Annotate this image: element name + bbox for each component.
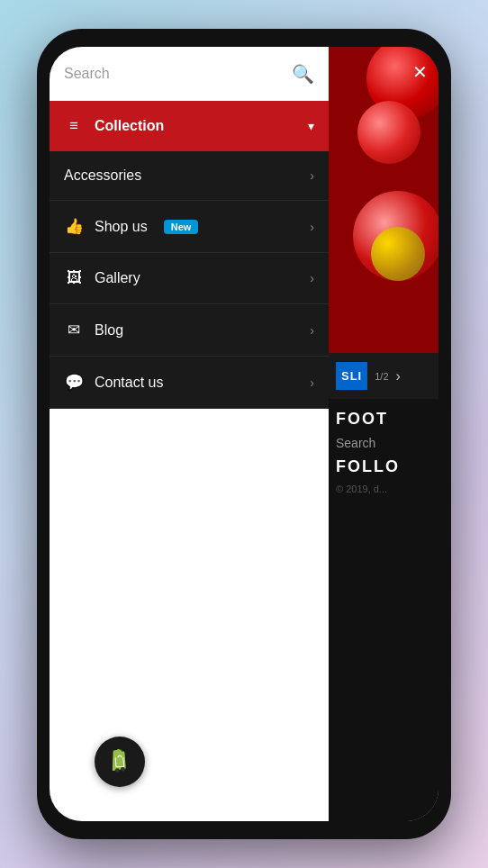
- chevron-down-icon: ›: [310, 271, 314, 285]
- chevron-down-icon: ▾: [308, 119, 314, 133]
- blog-label: Blog: [95, 322, 123, 339]
- thumbsup-icon: 👍: [64, 217, 84, 236]
- sidebar-item-gallery[interactable]: 🖼 Gallery ›: [50, 253, 329, 304]
- menu-whitespace: [50, 409, 329, 821]
- sidebar-item-blog[interactable]: ✉ Blog ›: [50, 304, 329, 357]
- slide-arrow-icon[interactable]: ›: [396, 368, 401, 384]
- svg-point-0: [115, 768, 120, 773]
- new-badge: New: [164, 220, 199, 234]
- xmas-ball-gold: [371, 227, 425, 281]
- contact-icon: 💬: [64, 373, 84, 392]
- slider-area: SLI 1/2 ›: [329, 353, 438, 399]
- sidebar-item-shop-us[interactable]: 👍 Shop us New ›: [50, 201, 329, 253]
- chevron-down-icon: ›: [310, 168, 314, 183]
- sidebar-item-collection[interactable]: ≡ Collection ▾: [50, 101, 329, 151]
- chevron-down-icon: ›: [310, 323, 314, 338]
- slide-label: SLI: [336, 362, 367, 390]
- shop-us-label: Shop us: [95, 219, 148, 235]
- list-icon: ≡: [64, 117, 84, 135]
- accessories-label: Accessories: [64, 167, 141, 184]
- right-panel: ✕ SLI 1/2 › FOOT Search FOLLO © 2019, d.…: [329, 47, 438, 821]
- sidebar-item-contact-us[interactable]: 💬 Contact us ›: [50, 357, 329, 409]
- chevron-down-icon: ›: [310, 220, 314, 234]
- shopify-badge[interactable]: [95, 737, 145, 787]
- footer-search[interactable]: Search: [336, 432, 431, 454]
- footer-area: FOOT Search FOLLO © 2019, d...: [329, 399, 438, 821]
- chevron-down-icon: ›: [310, 375, 314, 390]
- contact-us-label: Contact us: [95, 375, 163, 391]
- gallery-label: Gallery: [95, 270, 140, 286]
- gallery-icon: 🖼: [64, 269, 84, 287]
- christmas-image: [329, 47, 438, 353]
- sidebar-item-accessories[interactable]: Accessories ›: [50, 151, 329, 201]
- phone-frame: Search 🔍 ≡ Collection ▾ Accessories ›: [37, 29, 451, 839]
- slide-counter: 1/2: [375, 371, 388, 382]
- blog-icon: ✉: [64, 321, 84, 339]
- search-placeholder: Search: [64, 66, 292, 82]
- svg-point-1: [121, 767, 125, 772]
- search-bar: Search 🔍: [50, 47, 329, 101]
- close-button[interactable]: ✕: [412, 61, 428, 83]
- footer-copyright: © 2019, d...: [336, 480, 431, 498]
- xmas-ball-red-2: [357, 101, 420, 164]
- footer-follow: FOLLO: [336, 454, 431, 480]
- menu-panel: Search 🔍 ≡ Collection ▾ Accessories ›: [50, 47, 329, 821]
- footer-text1: FOOT: [336, 406, 431, 432]
- collection-label: Collection: [95, 118, 164, 134]
- phone-screen: Search 🔍 ≡ Collection ▾ Accessories ›: [50, 47, 438, 821]
- search-icon[interactable]: 🔍: [292, 63, 314, 85]
